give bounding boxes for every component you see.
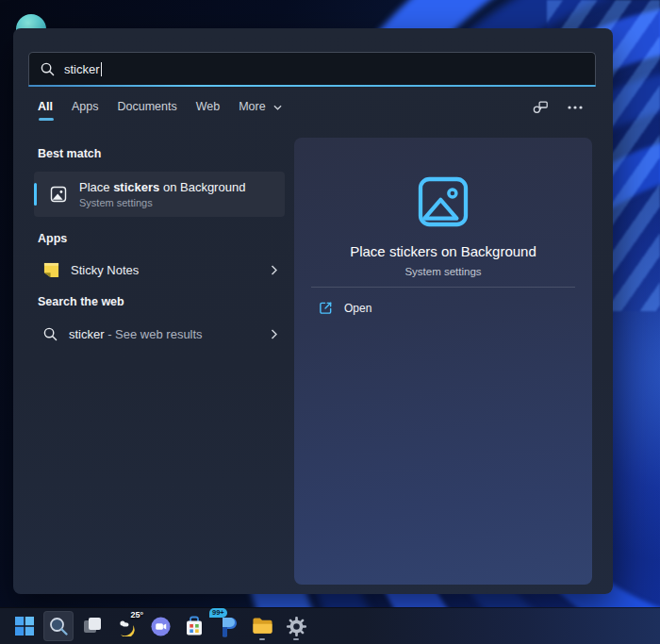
best-match-label: Best match — [38, 147, 101, 160]
result-title: Place stickers on Background — [79, 180, 245, 194]
apps-label: Apps — [38, 232, 67, 245]
search-accent-underline — [28, 85, 596, 87]
result-web-search[interactable]: sticker - See web results — [34, 317, 285, 351]
search-input[interactable]: sticker — [28, 52, 596, 85]
taskbar: 25° 99+ — [0, 607, 660, 644]
windows-logo-icon — [14, 616, 35, 636]
tab-documents[interactable]: Documents — [117, 100, 176, 121]
result-label: Sticky Notes — [71, 263, 139, 277]
sticky-notes-icon — [43, 262, 59, 278]
result-label: sticker - See web results — [69, 327, 203, 341]
tab-more-label: More — [239, 100, 265, 113]
chevron-right-icon[interactable] — [271, 329, 277, 339]
text-caret — [101, 62, 102, 76]
open-label: Open — [344, 302, 371, 315]
selection-accent-bar — [34, 183, 37, 206]
running-indicator — [259, 638, 265, 640]
divider — [311, 287, 575, 288]
app-p-button[interactable]: 99+ — [213, 611, 243, 641]
filter-tabs: All Apps Documents Web More — [38, 100, 282, 121]
search-icon — [48, 616, 69, 636]
app-p-icon — [218, 616, 239, 637]
search-flyout: sticker All Apps Documents Web More — [13, 28, 613, 594]
settings-button[interactable] — [281, 611, 311, 641]
chat-button[interactable] — [145, 611, 175, 641]
search-icon — [43, 327, 58, 341]
tab-web[interactable]: Web — [196, 100, 220, 121]
best-match-text: Place stickers on Background System sett… — [79, 180, 245, 208]
image-icon — [49, 185, 68, 204]
desktop: sticker All Apps Documents Web More — [0, 0, 660, 644]
store-icon — [184, 616, 205, 636]
taskbar-search-button[interactable] — [43, 611, 74, 641]
web-section-label: Search the web — [38, 295, 124, 308]
preview-subtitle: System settings — [294, 266, 592, 277]
result-sticky-notes[interactable]: Sticky Notes — [34, 253, 285, 287]
file-explorer-button[interactable] — [247, 611, 277, 641]
gear-icon — [286, 616, 307, 637]
search-icon — [41, 62, 55, 76]
running-indicator — [293, 638, 299, 640]
image-icon-large — [413, 172, 473, 232]
tab-more[interactable]: More — [239, 100, 282, 121]
preview-pane: Place stickers on Background System sett… — [294, 138, 592, 585]
widgets-weather-button[interactable]: 25° — [111, 611, 141, 641]
account-icon[interactable] — [532, 100, 549, 115]
notification-badge: 99+ — [209, 608, 227, 618]
open-external-icon — [319, 301, 333, 315]
video-chat-icon — [150, 616, 172, 637]
chevron-right-icon[interactable] — [271, 265, 277, 275]
task-view-icon — [82, 616, 103, 636]
search-query-text: sticker — [64, 62, 100, 76]
preview-title: Place stickers on Background — [294, 243, 592, 259]
microsoft-store-button[interactable] — [179, 611, 209, 641]
tab-all[interactable]: All — [38, 100, 53, 121]
tab-apps[interactable]: Apps — [72, 100, 99, 121]
chevron-down-icon — [273, 105, 282, 110]
more-options-icon[interactable] — [568, 106, 583, 109]
start-button[interactable] — [9, 611, 40, 641]
result-subtitle: System settings — [79, 197, 245, 208]
best-match-result[interactable]: Place stickers on Background System sett… — [34, 172, 285, 217]
open-action[interactable]: Open — [319, 301, 371, 315]
folder-icon — [252, 617, 273, 636]
weather-temperature: 25° — [130, 610, 143, 619]
task-view-button[interactable] — [77, 611, 107, 641]
search-header-icons — [532, 100, 583, 115]
